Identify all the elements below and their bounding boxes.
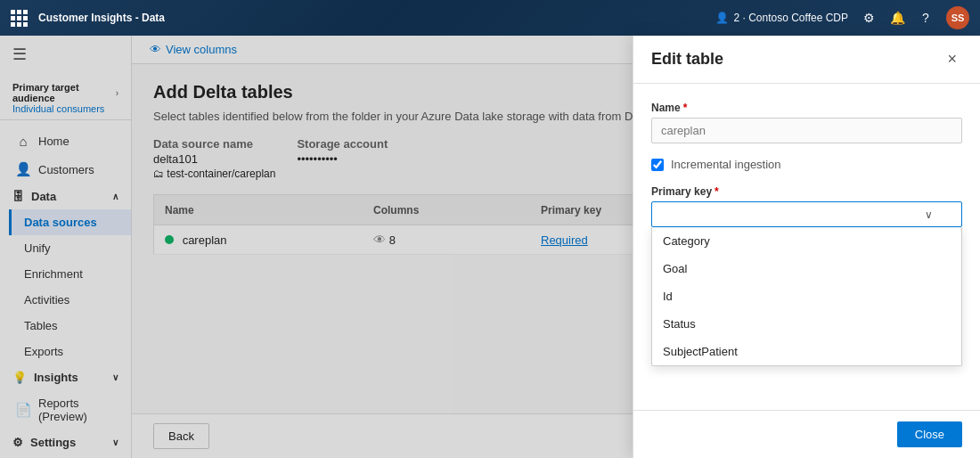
edit-panel-header: Edit table × xyxy=(633,36,980,84)
name-label: Name * xyxy=(651,102,962,114)
edit-panel-body: Name * Incremental ingestion Primary key… xyxy=(633,84,980,410)
primary-key-field: Primary key * ∨ Category Goal Id Status … xyxy=(651,185,962,227)
close-panel-x-button[interactable]: × xyxy=(942,48,962,70)
dropdown-option-status[interactable]: Status xyxy=(652,310,961,338)
topbar: Customer Insights - Data 👤 2 · Contoso C… xyxy=(0,0,980,36)
topbar-right: 👤 2 · Contoso Coffee CDP ⚙ 🔔 ? SS xyxy=(715,6,969,29)
name-input[interactable] xyxy=(651,118,962,143)
dropdown-option-id[interactable]: Id xyxy=(652,282,961,310)
primary-key-dropdown: ∨ Category Goal Id Status SubjectPatient xyxy=(651,201,962,227)
avatar[interactable]: SS xyxy=(946,6,969,29)
dropdown-trigger[interactable]: ∨ xyxy=(651,201,962,227)
primary-key-label: Primary key * xyxy=(651,185,962,198)
edit-panel-title: Edit table xyxy=(651,50,723,69)
name-required-marker: * xyxy=(683,102,688,114)
close-panel-button[interactable]: Close xyxy=(897,421,962,447)
app-title: Customer Insights - Data xyxy=(38,12,165,24)
person-icon: 👤 xyxy=(715,12,729,24)
settings-icon[interactable]: ⚙ xyxy=(861,10,877,26)
primary-key-required-marker: * xyxy=(715,185,719,198)
dropdown-option-category[interactable]: Category xyxy=(652,227,961,255)
incremental-ingestion-label: Incremental ingestion xyxy=(671,158,781,171)
edit-panel: Edit table × Name * Incremental ingestio… xyxy=(633,36,980,458)
org-name: 👤 2 · Contoso Coffee CDP xyxy=(715,12,848,24)
dropdown-list: Category Goal Id Status SubjectPatient xyxy=(651,227,962,366)
dropdown-search-input[interactable] xyxy=(661,208,925,221)
app-logo: Customer Insights - Data xyxy=(11,10,165,27)
dropdown-chevron-icon: ∨ xyxy=(925,209,933,221)
bell-icon[interactable]: 🔔 xyxy=(889,10,905,26)
incremental-ingestion-checkbox[interactable] xyxy=(651,159,664,171)
waffle-icon[interactable] xyxy=(11,10,28,27)
name-field: Name * xyxy=(651,102,962,143)
edit-panel-footer: Close xyxy=(633,410,980,458)
dropdown-option-goal[interactable]: Goal xyxy=(652,255,961,282)
help-icon[interactable]: ? xyxy=(918,10,934,26)
dropdown-option-subjectpatient[interactable]: SubjectPatient xyxy=(652,338,961,365)
incremental-ingestion-row: Incremental ingestion xyxy=(651,158,962,171)
